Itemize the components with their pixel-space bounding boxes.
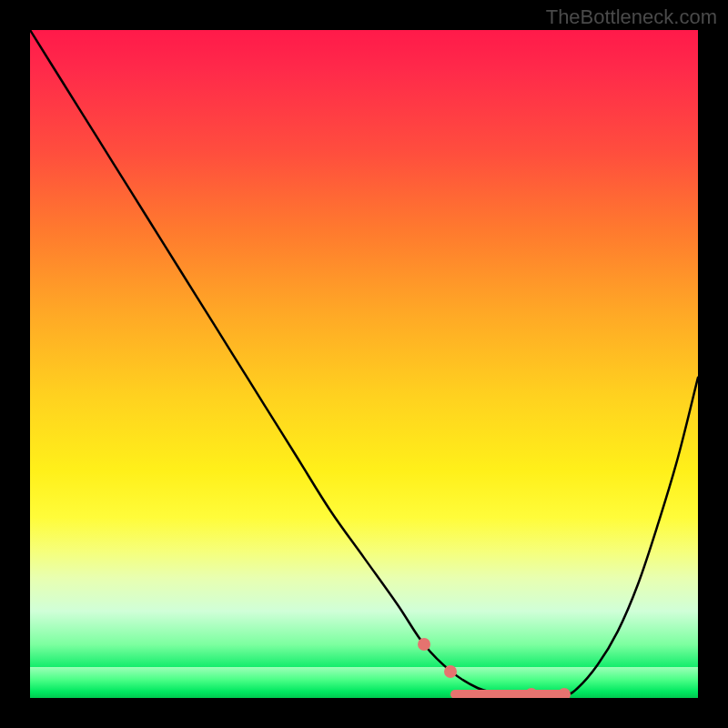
plot-area xyxy=(30,30,698,698)
flat-min-segment xyxy=(450,690,564,698)
curve-markers xyxy=(30,30,698,698)
highlight-marker xyxy=(444,665,457,678)
highlight-marker xyxy=(418,638,430,651)
watermark-text: TheBottleneck.com xyxy=(546,5,717,29)
